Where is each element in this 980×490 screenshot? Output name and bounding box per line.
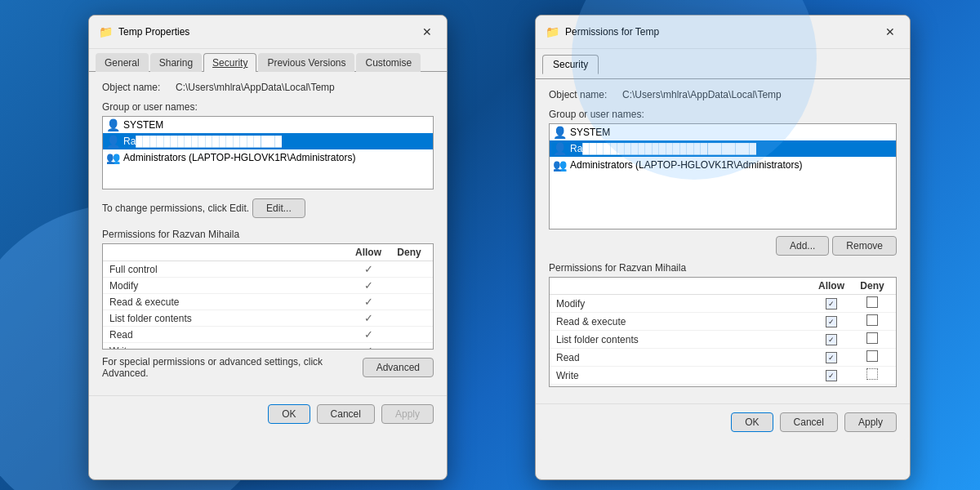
- deny-check: [852, 314, 893, 328]
- dialog2-tab-bar: Security: [536, 49, 910, 79]
- tab-security[interactable]: Security: [203, 53, 256, 72]
- dialog2-group-users-label: Group or user names:: [549, 109, 897, 120]
- user-name: Administrators (LAPTOP-HGLOVK1R\Administ…: [123, 152, 356, 163]
- tab-general[interactable]: General: [96, 53, 149, 72]
- tab-customise[interactable]: Customise: [356, 53, 421, 72]
- dialog1-object-name-value: C:\Users\mhlra\AppData\Local\Temp: [176, 82, 335, 93]
- tab-security-d2[interactable]: Security: [542, 55, 599, 74]
- user-icon: 👥: [553, 158, 567, 172]
- list-item[interactable]: 👤 SYSTEM: [103, 117, 433, 133]
- perm-name: Write: [106, 345, 348, 350]
- dialog1-ok-button[interactable]: OK: [268, 404, 310, 424]
- allow-header: Allow: [348, 247, 389, 258]
- user-icon: 👥: [106, 151, 120, 164]
- dialog1-users-listbox[interactable]: 👤 SYSTEM 👤 Ra█████████████████████ 👥 Adm…: [102, 116, 434, 189]
- dialog2-ok-button[interactable]: OK: [731, 412, 773, 432]
- dialog1-close-button[interactable]: ✕: [417, 22, 437, 42]
- list-item[interactable]: 👥 Administrators (LAPTOP-HGLOVK1R\Admini…: [550, 157, 896, 173]
- user-icon: 👤: [106, 118, 120, 131]
- perm-name: Read: [553, 352, 811, 363]
- dialog1-cancel-button[interactable]: Cancel: [317, 404, 375, 424]
- list-item[interactable]: 👥 Administrators (LAPTOP-HGLOVK1R\Admini…: [103, 149, 433, 166]
- checkbox-deny[interactable]: [866, 332, 878, 344]
- user-icon: 👤: [106, 135, 120, 148]
- checkbox-deny[interactable]: [866, 314, 878, 326]
- perm-name: Read & execute: [553, 316, 811, 327]
- checkbox-deny[interactable]: [866, 350, 878, 362]
- deny-header: Deny: [389, 247, 430, 258]
- perm-row: List folder contents: [550, 331, 896, 349]
- perm-name: List folder contents: [106, 313, 348, 324]
- dialog2-object-name-row: Object name: C:\Users\mhlra\AppData\Loca…: [549, 89, 897, 100]
- dialog2-apply-button[interactable]: Apply: [844, 412, 897, 432]
- dialog2-remove-button[interactable]: Remove: [832, 236, 897, 256]
- perm-name: Modify: [553, 298, 811, 310]
- allow-check: ✓: [348, 263, 389, 275]
- dialog1-users-listbox-wrap: 👤 SYSTEM 👤 Ra█████████████████████ 👥 Adm…: [102, 116, 434, 189]
- perm-name: Modify: [106, 280, 348, 292]
- tab-previous-versions[interactable]: Previous Versions: [258, 53, 354, 72]
- dialog1-permissions-title: Permissions for Razvan Mihaila: [102, 229, 434, 240]
- checkbox-deny[interactable]: [866, 296, 878, 308]
- dialog2-content: Object name: C:\Users\mhlra\AppData\Loca…: [536, 79, 910, 403]
- perm-row: List folder contents ✓: [103, 310, 433, 327]
- perm-row: Modify: [550, 295, 896, 313]
- allow-check: [811, 315, 852, 327]
- dialog1-title: Temp Properties: [118, 26, 411, 38]
- dialog1-object-name-label: Object name:: [102, 82, 176, 93]
- list-item[interactable]: 👤 Ra█████████████████████████: [550, 140, 896, 157]
- dialog2-bottom-buttons: OK Cancel Apply: [536, 403, 910, 440]
- deny-check: [852, 368, 893, 382]
- dialog1-advanced-row: For special permissions or advanced sett…: [102, 356, 434, 379]
- folder-icon: 📁: [546, 25, 559, 38]
- dialog1-permissions-wrap: Allow Deny Full control ✓ Modify ✓ Read …: [102, 243, 434, 350]
- user-name: Administrators (LAPTOP-HGLOVK1R\Administ…: [570, 159, 803, 171]
- checkbox-allow[interactable]: [826, 370, 837, 381]
- dialog2-add-button[interactable]: Add...: [776, 236, 829, 256]
- dialog1-content: Object name: C:\Users\mhlra\AppData\Loca…: [89, 72, 447, 395]
- folder-icon: 📁: [99, 25, 112, 38]
- dialog2-close-button[interactable]: ✕: [880, 22, 900, 42]
- perm-row: Read: [550, 349, 896, 367]
- allow-check: ✓: [348, 296, 389, 308]
- checkbox-allow[interactable]: [826, 316, 837, 327]
- dialog1-permission-note-row: To change permissions, click Edit. Edit.…: [102, 196, 434, 220]
- allow-check: [811, 351, 852, 363]
- tab-sharing[interactable]: Sharing: [150, 53, 202, 72]
- allow-check: ✓: [348, 345, 389, 350]
- dialog1-bottom-buttons: OK Cancel Apply: [89, 395, 447, 432]
- allow-check: [811, 369, 852, 381]
- deny-check: [852, 350, 893, 364]
- dialog1-apply-button[interactable]: Apply: [381, 404, 434, 424]
- list-item[interactable]: 👤 Ra█████████████████████: [103, 133, 433, 149]
- perm-row: Read & execute ✓: [103, 294, 433, 310]
- checkbox-allow[interactable]: [826, 298, 837, 310]
- dialog1-permissions-table[interactable]: Allow Deny Full control ✓ Modify ✓ Read …: [102, 243, 434, 350]
- dialog2-users-listbox[interactable]: 👤 SYSTEM 👤 Ra█████████████████████████ 👥…: [549, 123, 897, 229]
- perm-row: Read ✓: [103, 327, 433, 343]
- deny-header: Deny: [852, 280, 893, 292]
- checkbox-deny[interactable]: [866, 368, 878, 380]
- checkbox-allow[interactable]: [826, 334, 837, 345]
- dialog2-cancel-button[interactable]: Cancel: [780, 412, 838, 432]
- perm-row: Modify ✓: [103, 278, 433, 294]
- permissions-dialog: 📁 Permissions for Temp ✕ Security Object…: [535, 15, 911, 480]
- perm-name: Full control: [106, 264, 348, 275]
- checkbox-allow[interactable]: [826, 352, 837, 363]
- user-icon: 👤: [553, 142, 567, 155]
- dialog1-advanced-button[interactable]: Advanced: [363, 358, 434, 377]
- perm-name: List folder contents: [553, 334, 811, 345]
- deny-check: [852, 332, 893, 346]
- dialog1-advanced-note: For special permissions or advanced sett…: [102, 356, 359, 379]
- dialog1-edit-button[interactable]: Edit...: [252, 198, 305, 218]
- dialog2-add-remove-row: Add... Remove: [549, 236, 897, 256]
- dialog2-object-name-label: Object name:: [549, 89, 622, 100]
- dialog1-titlebar: 📁 Temp Properties ✕: [89, 16, 447, 49]
- dialog2-titlebar: 📁 Permissions for Temp ✕: [536, 16, 910, 49]
- dialog2-permissions-title: Permissions for Razvan Mihaila: [549, 262, 897, 274]
- list-item[interactable]: 👤 SYSTEM: [550, 124, 896, 140]
- dialog2-users-listbox-wrap: 👤 SYSTEM 👤 Ra█████████████████████████ 👥…: [549, 123, 897, 229]
- allow-check: ✓: [348, 279, 389, 292]
- user-name: Ra█████████████████████████: [570, 143, 756, 154]
- dialog2-permissions-table[interactable]: Allow Deny Modify Read & execute List fo…: [549, 277, 897, 387]
